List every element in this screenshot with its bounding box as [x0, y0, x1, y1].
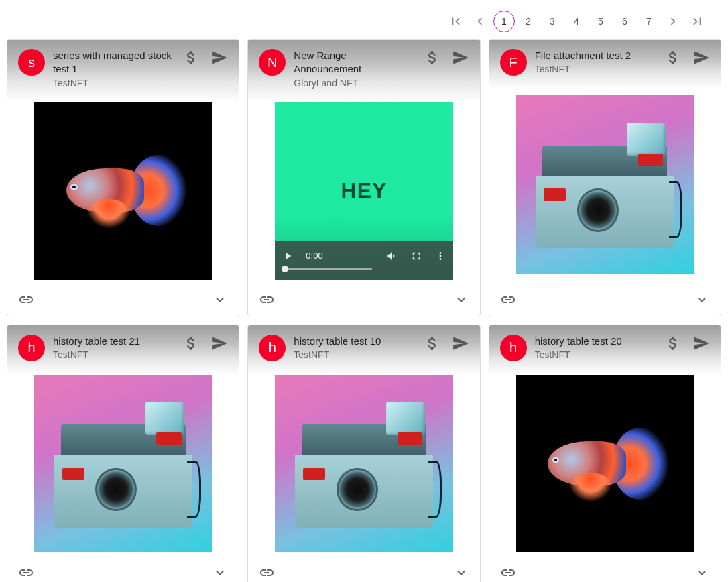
page-number-button[interactable]: 6: [614, 11, 635, 32]
image-thumbnail: [34, 102, 212, 280]
card-title: history table test 20: [535, 335, 656, 348]
send-icon[interactable]: [210, 335, 228, 352]
more-icon[interactable]: [434, 250, 446, 262]
card-media: [489, 89, 721, 284]
fullscreen-icon[interactable]: [410, 250, 422, 262]
avatar: N: [259, 49, 286, 76]
card-header-text: series with managed stock test 1 TestNFT: [53, 49, 174, 89]
first-page-button[interactable]: [445, 11, 467, 32]
image-thumbnail: [516, 95, 694, 273]
nft-card: s series with managed stock test 1 TestN…: [7, 39, 239, 316]
card-media: [248, 375, 479, 557]
next-page-button[interactable]: [662, 11, 684, 32]
volume-icon[interactable]: [386, 250, 398, 262]
card-header: h history table test 21 TestNFT: [7, 325, 239, 375]
page-number-button[interactable]: 4: [566, 11, 587, 32]
send-icon[interactable]: [692, 49, 710, 66]
nft-card: h history table test 21 TestNFT: [7, 325, 239, 582]
card-footer: [248, 284, 479, 316]
expand-icon[interactable]: [694, 292, 710, 308]
card-header-text: history table test 20 TestNFT: [535, 335, 656, 360]
prev-page-button[interactable]: [469, 11, 491, 32]
link-icon[interactable]: [259, 292, 275, 308]
card-header: N New Range Announcement GloryLand NFT: [248, 40, 479, 102]
avatar: F: [500, 49, 527, 76]
avatar: h: [18, 335, 45, 361]
expand-icon[interactable]: [694, 565, 710, 581]
card-subtitle: TestNFT: [53, 349, 174, 360]
card-header-text: File attachment test 2 TestNFT: [535, 49, 656, 74]
card-header-text: history table test 10 TestNFT: [294, 335, 415, 360]
pagination: 1234567: [7, 7, 721, 39]
page-number-button[interactable]: 7: [638, 11, 660, 32]
page-number-button[interactable]: 5: [590, 11, 611, 32]
link-icon[interactable]: [18, 565, 34, 581]
nft-card: N New Range Announcement GloryLand NFT H…: [247, 39, 480, 316]
card-media: HEY 0:00: [248, 102, 479, 284]
card-footer: [489, 557, 721, 582]
card-header: s series with managed stock test 1 TestN…: [7, 40, 239, 102]
video-overlay-text: HEY: [341, 178, 387, 203]
nft-card: F File attachment test 2 TestNFT: [489, 39, 721, 316]
card-grid: s series with managed stock test 1 TestN…: [7, 39, 721, 582]
card-header: h history table test 10 TestNFT: [248, 325, 479, 375]
price-icon[interactable]: [182, 335, 200, 352]
card-media: [7, 375, 239, 557]
card-footer: [489, 284, 721, 316]
card-title: File attachment test 2: [535, 49, 656, 62]
price-icon[interactable]: [424, 335, 441, 352]
card-header: h history table test 20 TestNFT: [489, 325, 721, 375]
send-icon[interactable]: [452, 335, 469, 352]
card-title: history table test 21: [53, 335, 174, 348]
video-time: 0:00: [306, 251, 322, 261]
avatar: h: [500, 335, 527, 361]
card-footer: [248, 557, 479, 582]
page-number-button[interactable]: 3: [542, 11, 563, 32]
card-subtitle: TestNFT: [53, 78, 174, 89]
price-icon[interactable]: [424, 49, 441, 66]
expand-icon[interactable]: [453, 565, 469, 581]
expand-icon[interactable]: [212, 565, 228, 581]
card-header: F File attachment test 2 TestNFT: [489, 40, 721, 89]
link-icon[interactable]: [259, 565, 275, 581]
card-title: New Range Announcement: [294, 49, 415, 76]
video-thumbnail: HEY 0:00: [275, 102, 452, 280]
image-thumbnail: [34, 375, 212, 552]
send-icon[interactable]: [210, 49, 228, 66]
card-subtitle: TestNFT: [294, 349, 415, 360]
link-icon[interactable]: [18, 292, 34, 308]
expand-icon[interactable]: [212, 292, 228, 308]
image-thumbnail: [516, 375, 694, 552]
card-header-text: New Range Announcement GloryLand NFT: [294, 49, 415, 89]
page-number-button[interactable]: 1: [493, 11, 515, 32]
last-page-button[interactable]: [686, 11, 708, 32]
price-icon[interactable]: [664, 335, 682, 352]
send-icon[interactable]: [692, 335, 710, 352]
video-controls: 0:00: [275, 241, 452, 280]
card-subtitle: GloryLand NFT: [294, 78, 415, 89]
card-media: [7, 102, 239, 284]
video-progress[interactable]: [282, 268, 372, 270]
card-title: history table test 10: [294, 335, 415, 348]
avatar: s: [18, 49, 45, 76]
card-header-text: history table test 21 TestNFT: [53, 335, 174, 360]
price-icon[interactable]: [664, 49, 682, 66]
avatar: h: [259, 335, 286, 361]
card-subtitle: TestNFT: [535, 64, 656, 74]
play-icon[interactable]: [282, 250, 294, 262]
card-title: series with managed stock test 1: [53, 49, 174, 76]
link-icon[interactable]: [500, 292, 516, 308]
image-thumbnail: [275, 375, 452, 552]
send-icon[interactable]: [452, 49, 469, 66]
price-icon[interactable]: [182, 49, 200, 66]
expand-icon[interactable]: [453, 292, 469, 308]
nft-card: h history table test 20 TestNFT: [489, 325, 721, 582]
card-subtitle: TestNFT: [535, 349, 656, 360]
card-footer: [7, 284, 239, 316]
card-footer: [7, 557, 239, 582]
nft-card: h history table test 10 TestNFT: [247, 325, 480, 582]
card-media: [489, 375, 721, 557]
link-icon[interactable]: [500, 565, 516, 581]
page-number-button[interactable]: 2: [518, 11, 539, 32]
